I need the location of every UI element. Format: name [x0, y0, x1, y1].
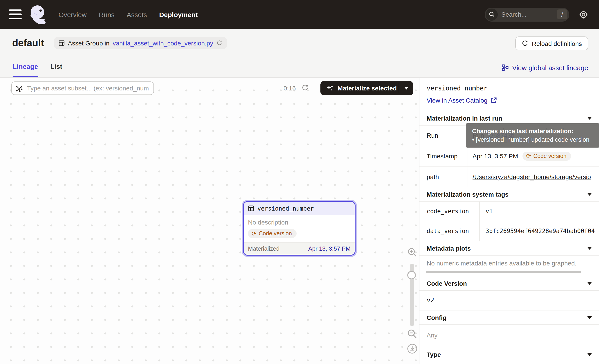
section-code-version[interactable]: Code Version — [419, 276, 599, 290]
asset-group-prefix: Asset Group in — [68, 39, 109, 47]
tab-lineage[interactable]: Lineage — [13, 62, 38, 77]
dagster-logo-icon[interactable] — [28, 4, 50, 25]
timestamp-value: Apr 13, 3:57 PM — [473, 152, 518, 159]
panel-header: versioned_number View in Asset Catalog — [419, 78, 599, 111]
view-in-asset-catalog-label: View in Asset Catalog — [427, 96, 487, 104]
code-version-badge-label: Code version — [533, 153, 566, 159]
data-version-tag-row: data_version 3bfc269594ef649228e9a74bab0… — [419, 221, 599, 241]
refresh-graph-icon[interactable] — [301, 84, 309, 91]
view-in-asset-catalog-link[interactable]: View in Asset Catalog — [427, 96, 497, 104]
section-heading: Code Version — [427, 280, 467, 287]
collapse-caret-icon — [587, 117, 592, 120]
section-heading: Config — [427, 314, 447, 321]
view-global-asset-lineage-label: View global asset lineage — [512, 64, 588, 71]
data-version-tag-value: 3bfc269594ef649228e9a74bab00f04 — [480, 221, 599, 241]
section-metadata-plots[interactable]: Metadata plots — [419, 241, 599, 255]
refresh-icon — [521, 40, 528, 47]
asset-node-body: No description ⟳ Code version — [244, 215, 355, 242]
metadata-plots-empty-message: No numeric metadata entries available to… — [419, 255, 599, 269]
chevron-down-icon — [404, 87, 408, 89]
search-shortcut-key: / — [557, 9, 567, 19]
section-heading: Materialization system tags — [427, 191, 509, 198]
code-version-tag-value: v1 — [480, 202, 599, 221]
asset-subset-input[interactable] — [26, 84, 150, 92]
code-version-changed-badge: ⟳ Code version — [248, 229, 296, 238]
materialize-selected-split-button: Materialize selected — [320, 81, 413, 95]
asset-group-file-link[interactable]: vanilla_asset_with_code_version.py — [113, 39, 213, 47]
cycle-alert-icon: ⟳ — [526, 153, 531, 158]
materialize-options-dropdown[interactable] — [399, 81, 413, 95]
data-version-tag-label: data_version — [419, 221, 480, 241]
section-materialization-system-tags[interactable]: Materialization system tags — [419, 187, 599, 201]
code-version-tag-row: code_version v1 — [419, 201, 599, 221]
path-link[interactable]: /Users/sryza/dagster_home/storage/versio — [473, 173, 591, 181]
page-title: default — [12, 37, 44, 49]
top-nav-bar: Overview Runs Assets Deployment / — [0, 0, 599, 29]
cycle-alert-icon: ⟳ — [252, 231, 256, 236]
run-label: Run — [419, 126, 468, 145]
path-label: path — [419, 167, 468, 187]
tab-list[interactable]: List — [50, 62, 62, 77]
code-version-changed-badge: ⟳ Code version — [522, 151, 571, 160]
asset-node-name: versioned_number — [257, 205, 314, 212]
global-search: / — [485, 8, 569, 21]
code-version-value: v2 — [419, 290, 599, 310]
graph-selector-icon — [15, 84, 23, 92]
asset-node-description: No description — [248, 219, 351, 226]
section-heading: Materialization in last run — [427, 114, 502, 122]
materialized-status-label: Materialized — [248, 245, 280, 252]
zoom-out-icon[interactable] — [407, 329, 418, 339]
settings-gear-icon[interactable] — [579, 10, 588, 19]
materialize-selected-label: Materialize selected — [337, 85, 397, 92]
collapse-caret-icon — [587, 193, 592, 196]
changes-tooltip: Changes since last materialization: [ver… — [466, 123, 599, 147]
zoom-slider-handle[interactable] — [407, 271, 416, 279]
config-value: Any — [419, 324, 599, 347]
view-global-asset-lineage-link[interactable]: View global asset lineage — [502, 64, 588, 71]
section-materialization-in-last-run[interactable]: Materialization in last run — [419, 111, 599, 125]
download-image-icon[interactable] — [407, 343, 418, 354]
search-icon — [485, 8, 498, 20]
collapse-caret-icon — [587, 353, 592, 356]
horizontal-scrollbar[interactable] — [426, 271, 581, 273]
reload-group-icon[interactable] — [216, 40, 222, 46]
asset-details-panel: versioned_number View in Asset Catalog M… — [419, 78, 599, 364]
panel-asset-name: versioned_number — [427, 84, 592, 92]
search-input[interactable] — [499, 11, 557, 18]
zoom-in-icon[interactable] — [407, 247, 418, 258]
asset-group-icon — [58, 40, 65, 46]
collapse-caret-icon — [587, 247, 592, 250]
lineage-canvas[interactable]: 0:16 Materialize selected — [0, 78, 419, 364]
asset-node-versioned-number[interactable]: versioned_number No description ⟳ Code v… — [243, 201, 355, 256]
external-link-icon — [491, 97, 497, 104]
section-type[interactable]: Type — [419, 347, 599, 361]
refresh-countdown: 0:16 — [283, 85, 296, 92]
section-heading: Metadata plots — [427, 244, 471, 252]
page-header: default Asset Group in vanilla_asset_wit… — [0, 29, 599, 78]
asset-group-pill: Asset Group in vanilla_asset_with_code_v… — [54, 37, 227, 49]
reload-definitions-button[interactable]: Reload definitions — [515, 36, 588, 50]
timestamp-row: Timestamp Apr 13, 3:57 PM ⟳ Code version — [419, 145, 599, 166]
nav-deployment[interactable]: Deployment — [159, 11, 198, 18]
nav-runs[interactable]: Runs — [99, 11, 115, 18]
lineage-graph-icon — [502, 64, 509, 71]
menu-icon[interactable] — [9, 9, 22, 19]
tooltip-title: Changes since last materialization: — [472, 127, 593, 135]
table-icon — [248, 205, 254, 211]
asset-node-header: versioned_number — [244, 202, 355, 215]
nav-assets[interactable]: Assets — [127, 11, 147, 18]
section-config[interactable]: Config — [419, 310, 599, 324]
dagster-app: Overview Runs Assets Deployment / defaul… — [0, 0, 599, 364]
asset-node-footer: Materialized Apr 13, 3:57 PM — [244, 242, 355, 255]
collapse-caret-icon — [587, 316, 592, 319]
nav-overview[interactable]: Overview — [59, 11, 87, 18]
asset-subset-filter — [11, 81, 154, 95]
materialized-timestamp[interactable]: Apr 13, 3:57 PM — [308, 245, 351, 252]
main-nav: Overview Runs Assets Deployment — [59, 11, 198, 18]
code-version-badge-label: Code version — [259, 230, 292, 237]
code-version-tag-label: code_version — [419, 202, 480, 221]
view-tabs: Lineage List — [13, 62, 62, 77]
timestamp-label: Timestamp — [419, 145, 468, 166]
path-row: path /Users/sryza/dagster_home/storage/v… — [419, 166, 599, 187]
materialize-selected-button[interactable]: Materialize selected — [320, 81, 399, 95]
